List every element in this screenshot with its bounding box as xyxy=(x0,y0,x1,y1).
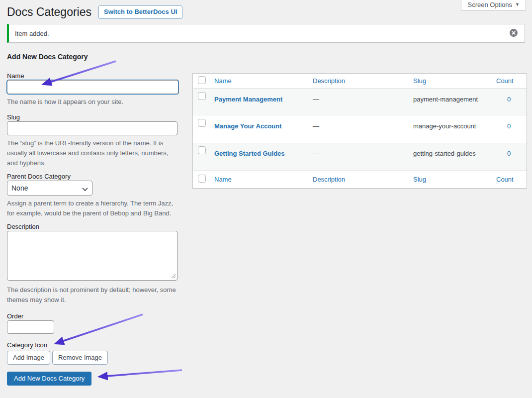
add-image-button[interactable]: Add Image xyxy=(7,351,50,365)
screen-options-button[interactable]: Screen Options ▼ xyxy=(461,0,526,11)
table-header-row: Name Description Slug Count xyxy=(193,74,527,89)
slug-help-text: The “slug” is the URL-friendly version o… xyxy=(7,138,178,168)
column-header-count[interactable]: Count xyxy=(491,74,527,89)
category-count-link[interactable]: 0 xyxy=(507,150,511,157)
category-slug: manage-your-account xyxy=(408,116,491,143)
name-label: Name xyxy=(7,72,178,80)
parent-category-select[interactable]: None xyxy=(7,181,92,196)
column-header-description[interactable]: Description xyxy=(308,74,408,89)
categories-table: Name Description Slug Count Payment Mana… xyxy=(192,73,527,189)
order-input[interactable] xyxy=(7,320,54,334)
name-input[interactable] xyxy=(7,80,178,94)
table-row: Getting Started Guides — getting-started… xyxy=(193,143,527,171)
page-title: Docs Categories xyxy=(7,5,91,19)
dismiss-notice-button[interactable] xyxy=(509,28,519,39)
category-icon-field-group: Category Icon Add Image Remove Image xyxy=(7,341,178,365)
add-category-form: Add New Docs Category Name The name is h… xyxy=(7,53,178,386)
column-footer-slug[interactable]: Slug xyxy=(408,171,491,188)
slug-field-group: Slug The “slug” is the URL-friendly vers… xyxy=(7,113,178,168)
category-description: — xyxy=(308,143,408,171)
form-heading: Add New Docs Category xyxy=(7,53,178,61)
category-icon-label: Category Icon xyxy=(7,341,178,349)
caret-down-icon: ▼ xyxy=(515,1,520,8)
category-description: — xyxy=(308,116,408,143)
resize-handle-icon[interactable] xyxy=(171,273,176,280)
parent-category-label: Parent Docs Category xyxy=(7,172,178,181)
switch-to-betterdocs-ui-button[interactable]: Switch to BetterDocs UI xyxy=(98,5,182,19)
slug-input[interactable] xyxy=(7,121,177,135)
column-footer-description[interactable]: Description xyxy=(308,171,408,188)
order-field-group: Order xyxy=(7,312,178,334)
screen-options-label: Screen Options xyxy=(467,1,512,8)
category-slug: getting-started-guides xyxy=(408,143,491,171)
add-new-docs-category-button[interactable]: Add New Docs Category xyxy=(7,372,91,386)
success-notice: Item added. xyxy=(7,24,525,43)
category-name-link[interactable]: Manage Your Account xyxy=(214,122,282,130)
name-field-group: Name The name is how it appears on your … xyxy=(7,72,178,107)
row-select-checkbox[interactable] xyxy=(198,92,206,100)
category-slug: payment-management xyxy=(408,89,491,116)
order-label: Order xyxy=(7,312,178,320)
column-footer-name[interactable]: Name xyxy=(209,171,308,188)
remove-image-button[interactable]: Remove Image xyxy=(52,351,108,365)
page-header: Docs Categories Switch to BetterDocs UI xyxy=(7,5,182,19)
docs-categories-page: Docs Categories Switch to BetterDocs UI … xyxy=(0,0,532,398)
table-row: Manage Your Account — manage-your-accoun… xyxy=(193,116,527,143)
select-all-checkbox[interactable] xyxy=(198,175,206,183)
table-footer-row: Name Description Slug Count xyxy=(193,171,527,188)
parent-field-group: Parent Docs Category None Assign a paren… xyxy=(7,172,178,218)
category-count-link[interactable]: 0 xyxy=(507,96,511,103)
row-select-checkbox[interactable] xyxy=(198,146,206,154)
name-help-text: The name is how it appears on your site. xyxy=(7,97,178,107)
slug-label: Slug xyxy=(7,113,178,121)
description-label: Description xyxy=(7,222,178,231)
category-name-link[interactable]: Payment Management xyxy=(214,96,282,103)
select-all-checkbox[interactable] xyxy=(198,76,206,84)
parent-category-select-wrap: None xyxy=(7,181,92,196)
row-select-checkbox[interactable] xyxy=(198,119,206,127)
close-icon xyxy=(510,29,518,38)
category-count-link[interactable]: 0 xyxy=(507,122,511,130)
table-row: Payment Management — payment-management … xyxy=(193,89,527,116)
column-header-name[interactable]: Name xyxy=(209,74,308,89)
category-description: — xyxy=(308,89,408,116)
description-help-text: The description is not prominent by defa… xyxy=(7,285,178,305)
category-name-link[interactable]: Getting Started Guides xyxy=(214,150,285,157)
notice-message: Item added. xyxy=(15,30,49,37)
description-textarea[interactable] xyxy=(7,231,177,281)
parent-help-text: Assign a parent term to create a hierarc… xyxy=(7,199,178,218)
description-field-group: Description The description is not promi… xyxy=(7,222,178,305)
column-header-slug[interactable]: Slug xyxy=(408,74,491,89)
column-footer-count[interactable]: Count xyxy=(491,171,527,188)
